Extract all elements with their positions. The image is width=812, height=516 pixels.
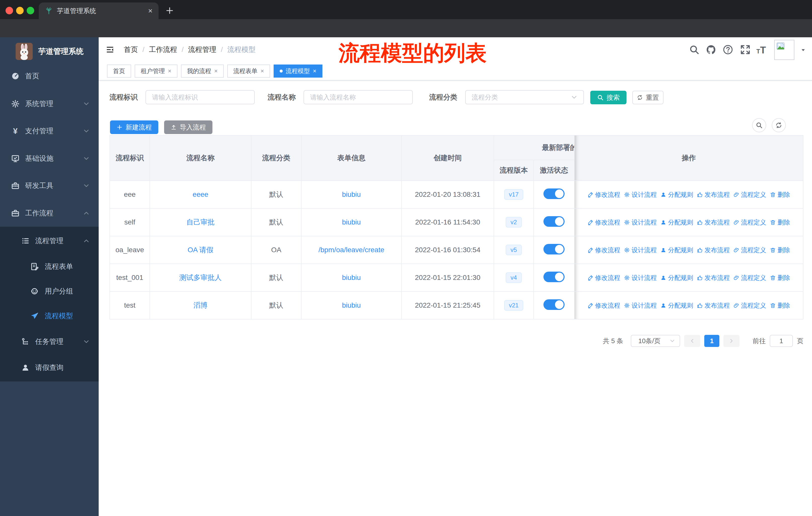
action-assign-rule[interactable]: 分配规则: [661, 274, 693, 282]
sidebar-item-infrastructure[interactable]: 基础设施: [0, 145, 99, 172]
action-publish-process[interactable]: 发布流程: [697, 218, 730, 226]
version-badge[interactable]: v21: [504, 300, 524, 311]
action-design-process[interactable]: 设计流程: [624, 190, 657, 199]
form-info-link[interactable]: biubiu: [342, 190, 361, 198]
window-minimize-button[interactable]: [16, 7, 24, 15]
prev-page-button[interactable]: [684, 335, 700, 347]
window-zoom-button[interactable]: [27, 7, 34, 15]
action-process-definition[interactable]: 流程定义: [733, 301, 766, 310]
form-info-link[interactable]: biubiu: [342, 218, 361, 226]
close-icon[interactable]: ×: [313, 67, 316, 75]
avatar[interactable]: [774, 40, 794, 60]
avatar-caret-down-icon[interactable]: [801, 47, 806, 53]
help-icon[interactable]: [723, 44, 733, 55]
action-edit-process[interactable]: 修改流程: [587, 301, 620, 310]
sidebar-item-workflow[interactable]: 工作流程: [0, 199, 99, 227]
version-badge[interactable]: v2: [506, 217, 522, 227]
process-name-link[interactable]: OA 请假: [187, 246, 213, 254]
action-process-definition[interactable]: 流程定义: [733, 190, 766, 199]
breadcrumb-process-management[interactable]: 流程管理: [188, 45, 216, 54]
action-edit-process[interactable]: 修改流程: [587, 190, 620, 199]
header-search-icon[interactable]: [689, 44, 699, 55]
form-info-link[interactable]: /bpm/oa/leave/create: [318, 246, 384, 254]
refresh-table-button[interactable]: [772, 118, 786, 132]
version-badge[interactable]: v4: [506, 272, 522, 283]
fullscreen-icon[interactable]: [740, 44, 751, 55]
active-toggle[interactable]: [544, 299, 564, 310]
close-icon[interactable]: ×: [168, 67, 171, 75]
reset-button[interactable]: 重置: [632, 91, 664, 104]
action-process-definition[interactable]: 流程定义: [733, 246, 766, 254]
action-delete[interactable]: 删除: [770, 301, 790, 310]
action-design-process[interactable]: 设计流程: [624, 301, 657, 310]
form-info-link[interactable]: biubiu: [342, 301, 361, 309]
sidebar-item-task-management[interactable]: 任务管理: [0, 328, 99, 355]
sidebar-item-system[interactable]: 系统管理: [0, 90, 99, 117]
breadcrumb-workflow[interactable]: 工作流程: [149, 45, 177, 54]
form-info-link[interactable]: biubiu: [342, 274, 361, 281]
next-page-button[interactable]: [723, 335, 740, 347]
sidebar-item-home[interactable]: 首页: [0, 62, 99, 90]
process-name-link[interactable]: 测试多审批人: [179, 274, 222, 281]
search-button[interactable]: 搜索: [590, 91, 627, 104]
tab-close-icon[interactable]: ×: [148, 6, 152, 15]
tag-my-process[interactable]: 我的流程×: [181, 64, 224, 78]
action-edit-process[interactable]: 修改流程: [587, 246, 620, 254]
tag-process-model[interactable]: 流程模型×: [273, 64, 322, 78]
action-publish-process[interactable]: 发布流程: [697, 274, 730, 282]
action-assign-rule[interactable]: 分配规则: [661, 190, 693, 199]
action-delete[interactable]: 删除: [770, 218, 790, 226]
close-icon[interactable]: ×: [214, 67, 218, 75]
tag-home[interactable]: 首页: [107, 64, 131, 78]
window-close-button[interactable]: [5, 7, 13, 15]
sidebar-item-dev-tools[interactable]: 研发工具: [0, 172, 99, 199]
action-design-process[interactable]: 设计流程: [624, 246, 657, 254]
sidebar-logo-row[interactable]: 芋道管理系统: [0, 41, 99, 61]
process-name-link[interactable]: eeee: [193, 190, 208, 198]
action-design-process[interactable]: 设计流程: [624, 274, 657, 282]
tag-process-form[interactable]: 流程表单×: [227, 64, 270, 78]
action-design-process[interactable]: 设计流程: [624, 218, 657, 226]
filter-id-input[interactable]: [145, 90, 255, 104]
filter-name-input[interactable]: [303, 90, 413, 104]
sidebar-item-payment[interactable]: ¥ 支付管理: [0, 117, 99, 145]
browser-tab[interactable]: 芋道管理系统 ×: [39, 2, 158, 19]
active-toggle[interactable]: [544, 272, 564, 282]
action-assign-rule[interactable]: 分配规则: [661, 246, 693, 254]
process-name-link[interactable]: 自己审批: [186, 218, 215, 226]
version-badge[interactable]: v5: [506, 245, 522, 255]
sidebar-item-leave-query[interactable]: 请假查询: [0, 354, 99, 381]
page-number-1[interactable]: 1: [704, 335, 719, 347]
active-toggle[interactable]: [544, 244, 564, 254]
show-search-toggle-button[interactable]: [752, 118, 766, 132]
action-delete[interactable]: 删除: [770, 274, 790, 282]
font-size-icon[interactable]: TT: [756, 45, 766, 56]
sidebar-item-user-group[interactable]: 用户分组: [0, 278, 99, 305]
process-name-link[interactable]: 滔博: [194, 301, 208, 309]
github-icon[interactable]: [706, 44, 716, 55]
action-edit-process[interactable]: 修改流程: [587, 274, 620, 282]
active-toggle[interactable]: [544, 188, 564, 199]
action-publish-process[interactable]: 发布流程: [697, 246, 730, 254]
create-process-button[interactable]: 新建流程: [110, 120, 158, 134]
action-publish-process[interactable]: 发布流程: [697, 190, 730, 199]
sidebar-item-process-management[interactable]: 流程管理: [0, 227, 99, 254]
action-delete[interactable]: 删除: [770, 246, 790, 254]
action-process-definition[interactable]: 流程定义: [733, 218, 766, 226]
action-edit-process[interactable]: 修改流程: [587, 218, 620, 226]
action-delete[interactable]: 删除: [770, 190, 790, 199]
action-assign-rule[interactable]: 分配规则: [661, 218, 693, 226]
sidebar-collapse-button[interactable]: [105, 45, 115, 54]
version-badge[interactable]: v17: [504, 189, 524, 200]
filter-category-select[interactable]: 流程分类: [465, 90, 584, 104]
goto-page-input[interactable]: [770, 335, 793, 347]
close-icon[interactable]: ×: [261, 67, 264, 75]
page-size-select[interactable]: 10条/页: [631, 335, 680, 347]
action-process-definition[interactable]: 流程定义: [733, 274, 766, 282]
sidebar-item-process-form[interactable]: 流程表单: [0, 253, 99, 280]
active-toggle[interactable]: [544, 216, 564, 227]
sidebar-item-process-model[interactable]: 流程模型: [0, 302, 99, 330]
new-tab-button[interactable]: [164, 5, 175, 16]
tag-tenant-management[interactable]: 租户管理×: [135, 64, 177, 78]
breadcrumb-home[interactable]: 首页: [124, 45, 138, 54]
